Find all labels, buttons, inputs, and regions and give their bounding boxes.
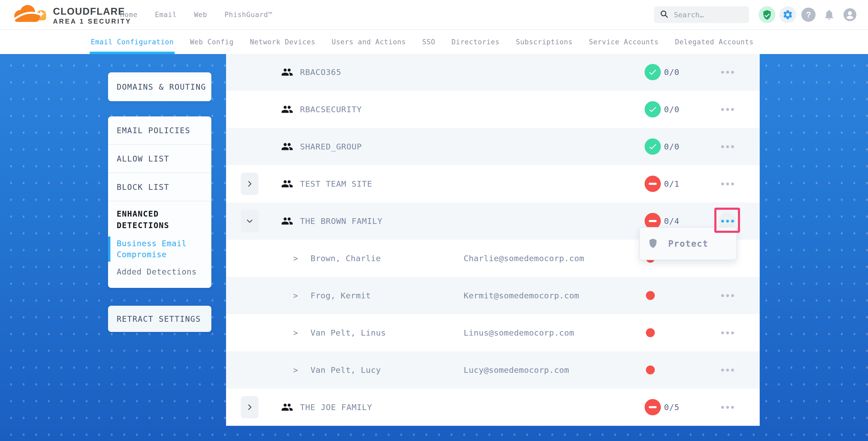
user-email: Linus@somedemocorp.com	[464, 328, 574, 338]
group-name: THE JOE FAMILY	[300, 403, 372, 412]
sidebar-card-3: RETRACT SETTINGS	[108, 306, 211, 332]
group-name: RBACSECURITY	[300, 105, 362, 114]
tab-directories[interactable]: Directories	[452, 30, 500, 54]
context-menu-item-protect[interactable]: Protect	[668, 239, 708, 249]
table-row-user[interactable]: >Frog, KermitKermit@somedemocorp.com	[226, 277, 760, 314]
protection-count: 0/1	[664, 179, 679, 189]
brand-subtitle: AREA 1 SECURITY	[53, 17, 131, 25]
notifications-bell-icon[interactable]	[821, 6, 838, 23]
sidebar-item-retract-settings[interactable]: RETRACT SETTINGS	[108, 314, 211, 323]
shield-check-icon[interactable]	[758, 6, 775, 23]
user-expand-chevron[interactable]: >	[293, 291, 298, 300]
group-icon	[281, 178, 293, 190]
brand-text: CLOUDFLARE AREA 1 SECURITY	[53, 6, 131, 25]
table-row-group[interactable]: RBACO3650/0	[226, 54, 760, 91]
user-expand-chevron[interactable]: >	[293, 254, 298, 263]
search-input[interactable]	[674, 10, 740, 19]
table-row-group[interactable]: THE JOE FAMILY0/5	[226, 388, 760, 426]
user-expand-chevron[interactable]: >	[293, 366, 298, 375]
tab-email-configuration[interactable]: Email Configuration	[91, 30, 174, 54]
status-ok-icon	[645, 138, 661, 155]
highlight-annotation	[714, 208, 740, 233]
group-name: THE BROWN FAMILY	[300, 216, 382, 226]
top-nav-link-web[interactable]: Web	[194, 11, 207, 19]
status-blocked-icon	[645, 176, 661, 192]
help-icon[interactable]: ?	[800, 6, 817, 23]
row-overflow-menu[interactable]	[717, 285, 738, 306]
row-overflow-menu[interactable]	[717, 62, 738, 83]
sidebar-item-domains-routing[interactable]: DOMAINS & ROUTING	[108, 82, 211, 92]
settings-gear-icon[interactable]	[779, 6, 796, 23]
brand-name: CLOUDFLARE	[53, 6, 131, 17]
collapse-button[interactable]	[241, 210, 258, 232]
row-overflow-menu[interactable]	[717, 136, 738, 157]
sidebar-item-block-list[interactable]: BLOCK LIST	[108, 173, 211, 201]
status-blocked-icon	[645, 213, 661, 229]
app-header: CLOUDFLARE AREA 1 SECURITY HomeEmailWebP…	[0, 0, 868, 30]
cloudflare-logo[interactable]: CLOUDFLARE AREA 1 SECURITY	[10, 3, 131, 26]
protection-count: 0/4	[664, 216, 679, 226]
status-unprotected-dot	[646, 291, 655, 300]
tab-sso[interactable]: SSO	[422, 30, 435, 54]
user-email: Kermit@somedemocorp.com	[464, 291, 579, 300]
section-tabs: Email ConfigurationWeb ConfigNetwork Dev…	[0, 30, 868, 54]
top-nav-link-email[interactable]: Email	[155, 11, 177, 19]
user-expand-chevron[interactable]: >	[293, 328, 298, 338]
group-icon	[281, 401, 293, 413]
sidebar-item-added-detections[interactable]: Added Detections	[117, 266, 203, 277]
search-icon	[660, 10, 669, 20]
expand-button[interactable]	[241, 172, 258, 195]
protection-count: 0/0	[664, 142, 679, 151]
shield-icon	[648, 238, 658, 249]
group-icon	[281, 103, 293, 115]
top-nav-link-home[interactable]: Home	[120, 11, 138, 19]
row-overflow-menu[interactable]	[717, 99, 738, 120]
table-row-user[interactable]: >Van Pelt, LucyLucy@somedemocorp.com	[226, 351, 760, 388]
top-nav-link-phishguard[interactable]: PhishGuard™	[224, 11, 273, 19]
sidebar-section-enhanced-detections: ENHANCED DETECTIONSBusiness Email Compro…	[108, 201, 211, 288]
tab-service-accounts[interactable]: Service Accounts	[589, 30, 659, 54]
group-icon	[281, 140, 293, 153]
status-unprotected-dot	[646, 366, 655, 374]
group-name: SHARED_GROUP	[300, 142, 362, 151]
sidebar-card-1: DOMAINS & ROUTING	[108, 72, 211, 101]
group-name: RBACO365	[300, 67, 341, 77]
sidebar-item-allow-list[interactable]: ALLOW LIST	[108, 145, 211, 173]
table-row-group[interactable]: RBACSECURITY0/0	[226, 91, 760, 128]
user-email: Lucy@somedemocorp.com	[464, 365, 569, 375]
header-icons: ?	[758, 6, 858, 23]
tab-users-and-actions[interactable]: Users and Actions	[332, 30, 406, 54]
row-overflow-menu[interactable]	[717, 397, 738, 418]
user-name: Frog, Kermit	[310, 291, 371, 300]
sidebar-section-title: ENHANCED DETECTIONS	[117, 208, 203, 231]
sidebar-card-2: EMAIL POLICIESALLOW LISTBLOCK LISTENHANC…	[108, 117, 211, 288]
table-row-group[interactable]: TEST TEAM SITE0/1	[226, 165, 760, 202]
search-box[interactable]	[654, 6, 749, 23]
status-blocked-icon	[645, 399, 661, 415]
tab-web-config[interactable]: Web Config	[190, 30, 234, 54]
page: CLOUDFLARE AREA 1 SECURITY HomeEmailWebP…	[0, 0, 868, 441]
sidebar-item-business-email-compromise[interactable]: Business Email Compromise	[117, 238, 203, 260]
row-overflow-menu[interactable]	[717, 359, 738, 380]
status-ok-icon	[645, 64, 661, 80]
status-unprotected-dot	[646, 328, 655, 337]
sidebar-item-email-policies[interactable]: EMAIL POLICIES	[108, 117, 211, 145]
group-icon	[281, 215, 293, 227]
tab-network-devices[interactable]: Network Devices	[250, 30, 315, 54]
tab-delegated-accounts[interactable]: Delegated Accounts	[675, 30, 754, 54]
status-ok-icon	[645, 101, 661, 118]
protection-count: 0/0	[664, 67, 679, 77]
group-icon	[281, 66, 293, 78]
expand-button[interactable]	[241, 396, 258, 418]
cloudflare-cloud-icon	[10, 3, 49, 26]
group-name: TEST TEAM SITE	[300, 179, 372, 189]
row-overflow-menu[interactable]	[717, 322, 738, 343]
protection-count: 0/5	[664, 403, 679, 412]
user-name: Van Pelt, Lucy	[310, 365, 381, 375]
table-row-group[interactable]: SHARED_GROUP0/0	[226, 128, 760, 165]
table-row-user[interactable]: >Van Pelt, LinusLinus@somedemocorp.com	[226, 314, 760, 351]
row-overflow-menu[interactable]	[717, 173, 738, 194]
tab-subscriptions[interactable]: Subscriptions	[516, 30, 573, 54]
top-nav: HomeEmailWebPhishGuard™	[120, 0, 273, 29]
account-icon[interactable]	[841, 6, 858, 23]
